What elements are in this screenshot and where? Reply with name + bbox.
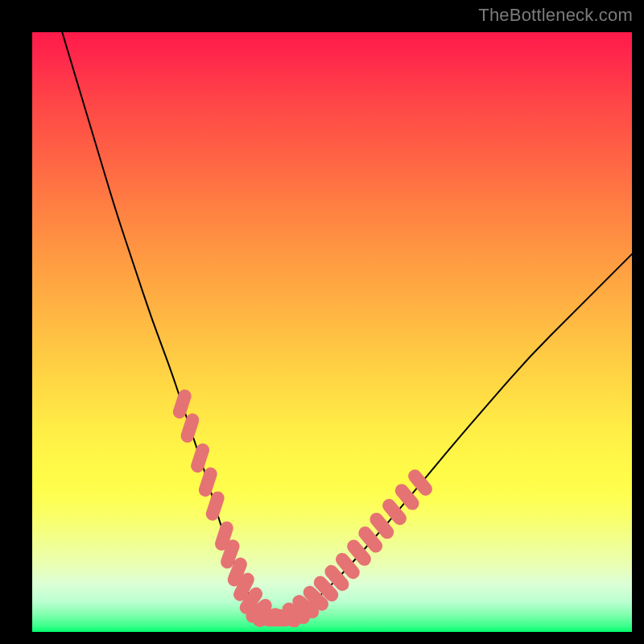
chart-svg bbox=[32, 32, 632, 632]
watermark-text: TheBottleneck.com bbox=[478, 5, 633, 26]
curve-markers bbox=[171, 388, 436, 630]
bottleneck-curve bbox=[62, 32, 632, 620]
curve-path bbox=[62, 32, 632, 620]
chart-stage: TheBottleneck.com bbox=[0, 0, 644, 644]
chart-plot-area bbox=[32, 32, 632, 632]
